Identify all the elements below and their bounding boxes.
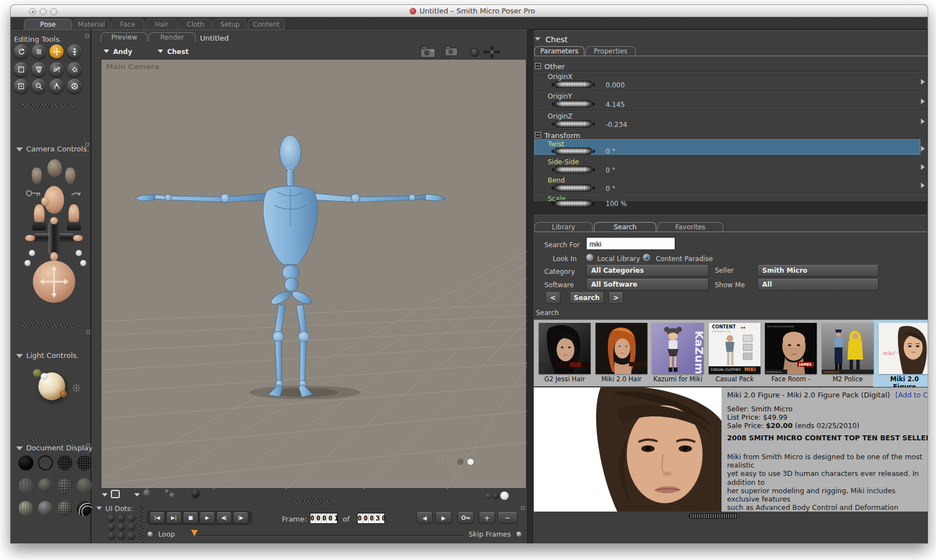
result-thumb-m2-police[interactable]: smithmicro [822, 323, 874, 374]
tab-preview[interactable]: Preview [101, 32, 148, 42]
local-library-radio[interactable] [586, 254, 593, 261]
vignette-dot-4[interactable] [467, 459, 474, 465]
add-keyframe-button[interactable]: + [479, 512, 495, 524]
figure-selector[interactable]: Andy [113, 48, 132, 56]
drag-handle[interactable] [295, 501, 334, 503]
minimize-button[interactable] [40, 8, 47, 16]
result-label[interactable]: Casual Pack [709, 375, 760, 383]
camera-dot-1[interactable] [29, 250, 35, 256]
result-label[interactable]: G2 Jessi Hair [539, 375, 591, 383]
param-dial-originz[interactable] [549, 120, 598, 127]
sun-icon[interactable] [72, 384, 81, 392]
section-collapse-other[interactable]: − [535, 63, 541, 69]
params-collapse-icon[interactable] [535, 37, 540, 41]
light-dot-white[interactable] [41, 373, 48, 380]
skip-frames-toggle[interactable] [516, 532, 521, 537]
document-display-collapse-icon[interactable] [16, 446, 23, 450]
param-value-twist[interactable]: 0 ° [606, 148, 615, 155]
tab-setup[interactable]: Setup [213, 19, 247, 30]
depth-translate-icon[interactable] [483, 46, 501, 58]
globe-icon[interactable] [470, 48, 479, 57]
timeline-track[interactable] [197, 536, 464, 537]
timeline-marker[interactable] [191, 530, 198, 539]
actor-menu-arrow[interactable] [158, 50, 163, 53]
first-frame-button[interactable]: |◀ [149, 512, 165, 524]
current-frame-counter[interactable]: 00001 [310, 513, 338, 524]
param-dial-scale[interactable] [549, 200, 598, 207]
display-smooth[interactable] [38, 501, 53, 516]
camera-controls-corner-icon[interactable] [85, 143, 89, 146]
display-texture-shaded[interactable] [57, 501, 72, 516]
tracking-arrow[interactable] [134, 493, 140, 497]
scale-tool[interactable] [14, 62, 28, 76]
product-detail-image[interactable] [534, 387, 722, 512]
content-paradise-radio[interactable] [643, 254, 650, 261]
tab-hair[interactable]: Hair [145, 19, 178, 30]
display-silhouette[interactable] [18, 455, 33, 470]
camera-icon[interactable] [420, 46, 436, 58]
prev-keyframe-button[interactable]: ◀ [416, 512, 433, 524]
show-me-dropdown[interactable]: All [757, 279, 879, 291]
add-to-cart-link[interactable]: [Add to Cart] [895, 391, 928, 399]
tab-pose[interactable]: Pose [24, 19, 72, 30]
camera-left-hand-icon[interactable] [32, 168, 42, 184]
camera-dot-3[interactable] [76, 250, 82, 256]
zoom-button[interactable] [50, 8, 57, 16]
view-magnifier-tool[interactable] [32, 79, 46, 93]
loop-radio[interactable] [148, 532, 153, 537]
display-shadowed[interactable] [77, 501, 92, 516]
step-back-button[interactable]: ◀| [216, 512, 232, 524]
param-arrow[interactable] [921, 146, 928, 151]
document-display-corner-icon[interactable] [86, 444, 90, 448]
docwin-corner-icon[interactable] [521, 506, 525, 510]
taper-tool[interactable] [32, 62, 46, 76]
keyframe-button[interactable] [457, 512, 474, 524]
vignette-dot-3[interactable] [457, 459, 464, 465]
total-frame-counter[interactable]: 00030 [357, 513, 385, 524]
param-value-sideside[interactable]: 0 ° [606, 166, 615, 174]
next-page-button[interactable]: > [608, 292, 623, 304]
search-input[interactable] [586, 237, 675, 250]
result-thumb-miki-figure[interactable]: miki²·⁰ [879, 323, 928, 374]
param-dial-originy[interactable] [549, 100, 598, 107]
ui-dot[interactable] [128, 514, 135, 522]
tab-search[interactable]: Search [594, 222, 656, 232]
morphing-tool[interactable] [50, 79, 64, 93]
ui-dot[interactable] [118, 523, 125, 531]
camera-dot-2[interactable] [25, 260, 31, 266]
step-forward-button[interactable]: |▶ [233, 512, 248, 524]
tracking-dots-icon[interactable] [165, 489, 169, 494]
tab-cloth[interactable]: Cloth [179, 19, 212, 30]
last-frame-button[interactable]: ▶| [166, 512, 182, 524]
light-dot-olive[interactable] [33, 369, 41, 377]
camera-select-icon[interactable] [442, 46, 459, 58]
tab-material[interactable]: Material [73, 19, 110, 30]
righthand-camera-icon[interactable] [69, 204, 79, 223]
param-dial-originx[interactable] [549, 81, 598, 88]
tab-face[interactable]: Face [111, 19, 144, 30]
software-dropdown[interactable]: All Software [586, 279, 709, 291]
ui-dot[interactable] [108, 532, 115, 540]
result-thumb-casual-pack[interactable]: CONTENT▶◼P A R A D I S ECASUAL CLOTHESMI… [709, 323, 760, 374]
section-divider[interactable] [23, 439, 73, 442]
rotate-tool[interactable] [14, 45, 28, 58]
light-controls-corner-icon[interactable] [86, 330, 90, 334]
display-hidden-line[interactable] [77, 455, 92, 470]
ui-dot[interactable] [118, 514, 125, 522]
display-smooth-shaded[interactable] [77, 478, 92, 493]
section-collapse-transform[interactable]: − [535, 132, 541, 138]
light-dot-brown[interactable] [60, 390, 67, 397]
param-value-originx[interactable]: 0.000 [606, 81, 625, 89]
param-dial-twist[interactable] [549, 148, 598, 155]
editing-tools-corner-icon[interactable] [85, 34, 89, 38]
ui-dot[interactable] [108, 514, 115, 522]
pan-control-vertical[interactable] [48, 222, 60, 254]
tracking-sphere-icon[interactable] [143, 489, 151, 497]
param-dial-sideside[interactable] [549, 166, 598, 173]
tab-properties[interactable]: Properties [586, 46, 636, 56]
grouping-tool[interactable] [14, 79, 28, 93]
stop-button[interactable]: ■ [183, 512, 198, 524]
result-thumb-kazumi[interactable]: KaZumi [652, 323, 704, 374]
display-style-box-icon[interactable] [111, 490, 120, 498]
tab-parameters[interactable]: Parameters [534, 46, 584, 56]
